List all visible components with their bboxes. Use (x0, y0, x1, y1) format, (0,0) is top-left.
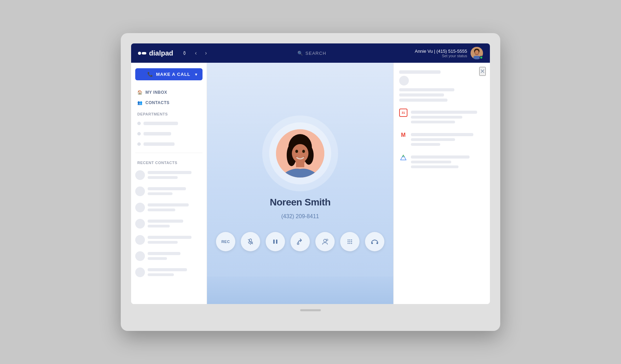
user-avatar-wrap[interactable] (471, 47, 483, 59)
mute-control (241, 232, 260, 251)
drive-skel-1 (411, 155, 470, 159)
rc-detail-3 (148, 209, 175, 211)
svg-rect-32 (371, 242, 373, 244)
gmail-icon: M (399, 131, 407, 139)
right-panel: ✕ 31 (393, 63, 490, 304)
dept-dot-1 (137, 122, 141, 125)
panel-contact-section (399, 70, 484, 102)
transfer-control (290, 232, 310, 251)
record-button[interactable]: REC (216, 232, 235, 251)
record-control: REC (216, 232, 235, 251)
search-area[interactable]: 🔍 SEARCH (213, 51, 411, 56)
forward-icon[interactable]: › (203, 49, 209, 58)
rc-name-3 (148, 203, 189, 206)
user-status[interactable]: Set your status (415, 54, 467, 58)
call-controls: REC (216, 232, 384, 251)
recent-contact-1[interactable] (135, 167, 203, 183)
rc-detail-5 (148, 241, 178, 244)
rc-avatar-7 (135, 267, 145, 277)
headset-icon[interactable]: ⚱ (180, 49, 189, 58)
search-icon: 🔍 (297, 51, 303, 56)
sidebar-item-inbox[interactable]: 🏠 MY INBOX (135, 87, 203, 98)
panel-gmail-section: M (399, 131, 484, 148)
logo-pill (142, 52, 146, 54)
rc-detail-2 (148, 192, 172, 195)
panel-skel-title (399, 70, 441, 74)
recent-contact-5[interactable] (135, 232, 203, 248)
back-icon[interactable]: ‹ (193, 49, 199, 58)
rc-name-4 (148, 220, 183, 223)
dept-skel-2 (144, 132, 171, 135)
dept-dot-3 (137, 142, 141, 146)
logo-text: dialpad (149, 49, 173, 57)
dept-item-2[interactable] (135, 129, 203, 139)
drive-icon (399, 153, 407, 162)
transfer-button[interactable] (290, 232, 310, 251)
user-area: Annie Vu | (415) 515-5555 Set your statu… (415, 47, 483, 59)
dept-skel-1 (144, 122, 178, 125)
hold-button[interactable] (266, 232, 285, 251)
panel-skel-1 (399, 88, 454, 91)
drive-skel-2 (411, 161, 451, 163)
svg-point-30 (349, 243, 351, 244)
hangup-control (365, 232, 384, 251)
gmail-skel-1 (411, 133, 473, 136)
hangup-button[interactable] (365, 232, 384, 251)
svg-rect-18 (273, 240, 275, 244)
svg-rect-19 (276, 240, 277, 244)
logo-icon (138, 52, 146, 55)
caller-avatar (276, 129, 324, 178)
keypad-button[interactable] (340, 232, 359, 251)
rc-avatar-4 (135, 219, 145, 229)
recent-contact-2[interactable] (135, 183, 203, 199)
svg-point-20 (297, 243, 299, 245)
sidebar-item-contacts[interactable]: 👥 CONTACTS (135, 98, 203, 108)
dept-item-1[interactable] (135, 118, 203, 129)
panel-close-button[interactable]: ✕ (479, 67, 486, 76)
rc-detail-7 (148, 273, 174, 276)
logo-dot-1 (138, 52, 141, 55)
transfer-icon (297, 238, 304, 245)
rc-avatar-3 (135, 203, 145, 212)
svg-point-27 (349, 241, 351, 242)
recent-contact-6[interactable] (135, 248, 203, 264)
gmail-skel-2 (411, 138, 455, 141)
hangup-icon (371, 238, 378, 245)
mute-button[interactable] (241, 232, 260, 251)
contacts-icon: 👥 (137, 100, 143, 105)
svg-point-31 (351, 243, 352, 244)
svg-point-13 (295, 150, 298, 153)
cal-skel-1 (411, 111, 477, 114)
gmail-skel-3 (411, 143, 440, 146)
svg-point-23 (348, 240, 349, 241)
avatar-ring-inner (269, 122, 331, 184)
topbar: dialpad ⚱ ‹ › 🔍 SEARCH Annie Vu | (415) … (131, 43, 490, 63)
recent-contact-7[interactable] (135, 264, 203, 280)
call-area: Noreen Smith (432) 209-8411 REC (207, 63, 393, 304)
coach-button[interactable] (315, 232, 335, 251)
svg-point-29 (348, 243, 349, 244)
recent-contacts-label: RECENT CONTACTS (135, 156, 203, 167)
sidebar-divider (135, 153, 203, 153)
panel-drive-section (399, 153, 484, 170)
dept-item-3[interactable] (135, 139, 203, 149)
rc-name-5 (148, 236, 191, 239)
drive-content (411, 153, 484, 170)
caller-photo (276, 129, 324, 178)
online-status-dot (480, 56, 483, 59)
recent-contact-4[interactable] (135, 215, 203, 232)
svg-rect-33 (376, 242, 378, 244)
inbox-icon: 🏠 (137, 90, 143, 95)
svg-point-12 (292, 144, 308, 163)
rc-avatar-5 (135, 235, 145, 245)
rc-detail-1 (148, 176, 178, 179)
svg-rect-4 (473, 56, 480, 59)
cal-skel-3 (411, 121, 455, 123)
coach-icon (322, 238, 328, 245)
make-call-button[interactable]: 📞 MAKE A CALL ▼ (135, 68, 203, 80)
make-call-dropdown-arrow[interactable]: ▼ (194, 72, 198, 77)
rc-avatar-2 (135, 186, 145, 196)
caller-name: Noreen Smith (270, 197, 331, 208)
user-info: Annie Vu | (415) 515-5555 Set your statu… (415, 49, 467, 58)
recent-contact-3[interactable] (135, 199, 203, 215)
